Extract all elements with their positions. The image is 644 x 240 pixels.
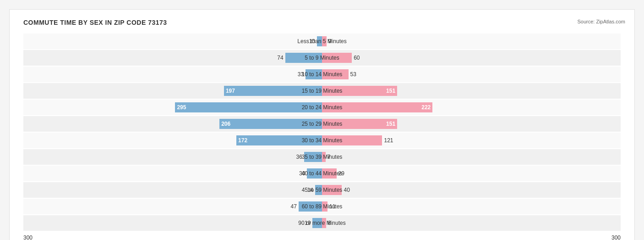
axis-left: 300 (23, 234, 33, 240)
left-side: 19 (23, 215, 322, 231)
bar-row: 19715115 to 19 Minutes (23, 83, 621, 99)
male-value: 14 (307, 187, 313, 193)
female-value: 222 (421, 104, 431, 111)
male-value: 30 (299, 170, 305, 177)
female-bar: 151 (322, 86, 397, 96)
female-value: 53 (350, 71, 356, 78)
male-value: 36 (296, 154, 302, 160)
right-side: 40 (322, 182, 621, 198)
right-side: 9 (322, 33, 621, 49)
female-value: 7 (327, 154, 331, 160)
bar-row: 36735 to 39 Minutes (23, 149, 621, 165)
chart-area: 109Less than 5 Minutes74605 to 9 Minutes… (23, 33, 621, 231)
left-side: 74 (23, 50, 322, 66)
female-bar (322, 135, 382, 145)
male-bar: 197 (224, 86, 322, 96)
female-value: 9 (328, 38, 332, 45)
male-value: 74 (277, 55, 283, 61)
male-bar (315, 185, 322, 195)
left-side: 206 (23, 116, 322, 132)
male-value: 33 (298, 71, 304, 78)
right-side: 222 (322, 100, 621, 115)
male-value: 47 (291, 203, 297, 210)
bars-wrapper: 36735 to 39 Minutes (23, 149, 621, 165)
left-side: 10 (23, 33, 322, 49)
chart-title: COMMUTE TIME BY SEX IN ZIP CODE 73173 (23, 19, 621, 26)
female-value: 8 (328, 220, 331, 226)
right-side: 29 (322, 166, 621, 181)
male-bar (306, 69, 322, 79)
male-bar: 295 (175, 102, 322, 112)
bars-wrapper: 335310 to 14 Minutes (23, 67, 621, 82)
left-side: 47 (23, 199, 322, 214)
male-bar (304, 152, 322, 162)
female-bar: 151 (322, 119, 397, 129)
bar-row: 471160 to 89 Minutes (23, 199, 621, 214)
bars-wrapper: 19890 or more Minutes (23, 215, 621, 231)
right-side: 121 (322, 133, 621, 148)
axis-row: 300 300 (23, 234, 621, 240)
female-value: 121 (384, 137, 393, 144)
bars-wrapper: 19715115 to 19 Minutes (23, 83, 621, 99)
female-value: 60 (354, 55, 360, 61)
female-bar (322, 201, 327, 212)
male-value: 19 (305, 220, 311, 226)
bars-wrapper: 471160 to 89 Minutes (23, 199, 621, 214)
female-bar (322, 185, 342, 195)
male-bar (307, 168, 322, 179)
bar-row: 74605 to 9 Minutes (23, 50, 621, 66)
bars-wrapper: 144045 to 59 Minutes (23, 182, 621, 198)
male-bar (285, 53, 322, 63)
left-side: 33 (23, 67, 322, 82)
bars-wrapper: 29522220 to 24 Minutes (23, 100, 621, 115)
right-side: 8 (322, 215, 621, 231)
right-side: 151 (322, 116, 621, 132)
bars-wrapper: 20615125 to 29 Minutes (23, 116, 621, 132)
right-side: 53 (322, 67, 621, 82)
bar-row: 335310 to 14 Minutes (23, 67, 621, 82)
male-value: 172 (238, 137, 247, 144)
bar-row: 302940 to 44 Minutes (23, 166, 621, 181)
female-value: 40 (344, 187, 349, 193)
bar-row: 19890 or more Minutes (23, 215, 621, 231)
left-side: 30 (23, 166, 322, 181)
bars-wrapper: 17212130 to 34 Minutes (23, 133, 621, 148)
male-value: 206 (221, 121, 230, 127)
right-side: 11 (322, 199, 621, 214)
bars-wrapper: 302940 to 44 Minutes (23, 166, 621, 181)
bars-wrapper: 109Less than 5 Minutes (23, 33, 621, 49)
female-bar (322, 36, 327, 46)
bars-wrapper: 74605 to 9 Minutes (23, 50, 621, 66)
female-bar (322, 69, 349, 79)
left-side: 295 (23, 100, 322, 115)
bar-row: 17212130 to 34 Minutes (23, 133, 621, 148)
female-value: 11 (329, 203, 335, 210)
male-bar (312, 218, 322, 228)
male-bar: 172 (236, 135, 322, 145)
male-bar: 206 (219, 119, 322, 129)
male-value: 197 (226, 88, 235, 94)
female-value: 151 (386, 88, 395, 94)
source-label: Source: ZipAtlas.com (577, 19, 625, 24)
male-bar (317, 36, 322, 46)
male-value: 10 (309, 38, 315, 45)
left-side: 14 (23, 182, 322, 198)
male-value: 295 (177, 104, 186, 111)
bar-row: 20615125 to 29 Minutes (23, 116, 621, 132)
male-bar (299, 201, 322, 212)
left-side: 36 (23, 149, 322, 165)
female-bar: 222 (322, 102, 432, 112)
female-value: 151 (386, 121, 395, 127)
axis-right: 300 (611, 234, 621, 240)
chart-container: COMMUTE TIME BY SEX IN ZIP CODE 73173 So… (9, 9, 635, 240)
female-bar (322, 168, 337, 179)
bar-row: 29522220 to 24 Minutes (23, 100, 621, 115)
female-value: 29 (338, 170, 344, 177)
female-bar (322, 53, 352, 63)
right-side: 60 (322, 50, 621, 66)
bar-row: 144045 to 59 Minutes (23, 182, 621, 198)
female-bar (322, 152, 326, 162)
left-side: 197 (23, 83, 322, 99)
right-side: 151 (322, 83, 621, 99)
bar-row: 109Less than 5 Minutes (23, 33, 621, 49)
